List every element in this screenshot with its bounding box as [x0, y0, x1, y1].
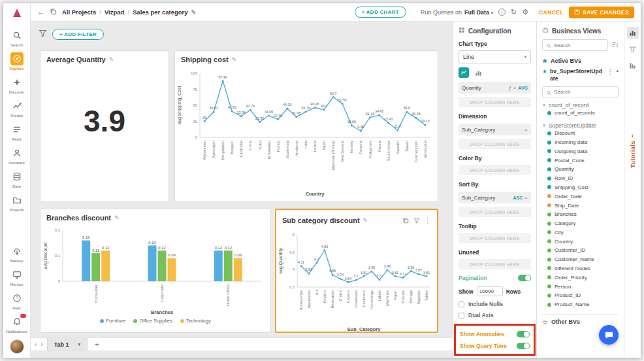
user-avatar[interactable]	[10, 339, 24, 354]
bv-field-person[interactable]: Person	[542, 282, 619, 291]
remove-chip-icon[interactable]: ×	[513, 85, 517, 91]
bv-field-ship_date[interactable]: Ship_Date	[542, 201, 619, 210]
legend-item-office-supplies[interactable]: Office Supplies	[133, 318, 172, 324]
function-icon[interactable]: ƒ	[509, 85, 511, 91]
bv-field-category[interactable]: Category	[542, 219, 619, 228]
tooltip-dropzone[interactable]: DROP COLUMN HERE	[459, 233, 531, 243]
tile-shipping-cost[interactable]: Shipping cost ✎ 02550751002539.5287.9640…	[174, 50, 438, 202]
remove-chip-icon[interactable]: ×	[524, 127, 528, 133]
sidebar-item-assistant[interactable]: Assistant	[8, 146, 24, 165]
chat-bubble-button[interactable]	[599, 325, 619, 345]
measure-dropzone[interactable]: DROP COLUMN HERE	[459, 97, 531, 107]
tab-chevron-icon[interactable]: ▾	[78, 342, 81, 347]
sidebar-item-notifications[interactable]: Notifications	[6, 315, 27, 334]
bv-field-quantity[interactable]: Quantity	[542, 165, 619, 174]
line-chart-type-icon[interactable]	[459, 67, 469, 78]
tile-sub-category-discount[interactable]: Sub category discount ✎ ⋮ 3.544.554.113.…	[275, 209, 438, 333]
bv-field-country[interactable]: Country	[542, 237, 619, 246]
bv-field-order_priority[interactable]: Order_Priority	[542, 273, 619, 282]
bv-group-SuperStoretUpdate[interactable]: ▼SuperStoretUpdate	[542, 122, 619, 129]
chevron-up-icon[interactable]: ▴	[616, 68, 619, 73]
run-queries-select[interactable]: Full Data ▾	[464, 9, 493, 16]
breadcrumb-all-projects[interactable]: All Projects	[62, 9, 96, 16]
bv-field-customer_name[interactable]: Customer_Name	[542, 255, 619, 264]
edit-chart-icon[interactable]: ✎	[363, 217, 368, 224]
aggregation-badge[interactable]: AVG	[518, 86, 528, 90]
show-anomalies-toggle[interactable]	[517, 331, 530, 337]
bv-search-input[interactable]	[554, 43, 604, 48]
tile-filter-icon[interactable]	[413, 215, 420, 226]
remove-chip-icon[interactable]: ×	[524, 195, 528, 201]
edit-chart-icon[interactable]: ✎	[109, 56, 114, 63]
sidebar-item-discover[interactable]: Discover	[8, 76, 24, 94]
charts-panel-icon[interactable]	[627, 27, 639, 39]
sidebar-item-backup[interactable]: Backup	[6, 245, 27, 263]
bv-group-count_of_record[interactable]: ▼count_of_record	[542, 102, 619, 109]
tab-1[interactable]: Tab 1▾	[47, 338, 88, 351]
tile-average-quantity[interactable]: Average Quantity ✎ 3.9	[40, 50, 169, 202]
bv-field-postal_code[interactable]: Postal_Code	[542, 156, 619, 165]
sidebar-item-help[interactable]: ?Help	[6, 292, 27, 310]
bv-search-box[interactable]	[542, 39, 608, 51]
edit-title-icon[interactable]: ✎	[191, 9, 197, 16]
dimension-dropzone[interactable]: DROP COLUMN HERE	[459, 139, 531, 149]
tab-scroll-right-icon[interactable]: ›	[40, 341, 42, 348]
duplicate-icon[interactable]	[50, 8, 57, 16]
sort-icon[interactable]	[611, 39, 619, 51]
bv-field-shipping_cost[interactable]: Shipping_Cost	[542, 183, 619, 192]
dimension-chip[interactable]: Sub_Category ×	[459, 124, 531, 135]
sidebar-item-data[interactable]: Data	[8, 170, 24, 188]
color-by-dropzone[interactable]: DROP COLUMN HERE	[459, 165, 531, 175]
settings-gear-icon[interactable]: ⚙	[522, 9, 528, 16]
bv-field-search-box[interactable]	[542, 86, 619, 97]
sort-chip[interactable]: Sub_Category ASC ×	[459, 192, 531, 203]
chart-type-select[interactable]: Line▾	[459, 50, 531, 63]
active-bv-item[interactable]: ★ bv_SuperStoretUpdate ⋮ ▴	[542, 68, 619, 82]
sort-direction-badge[interactable]: ASC	[513, 196, 523, 200]
copy-icon[interactable]	[402, 215, 409, 226]
edit-chart-icon[interactable]: ✎	[232, 56, 237, 63]
sidebar-item-explore[interactable]: Explore	[8, 52, 24, 71]
fields-panel-icon[interactable]	[627, 60, 639, 71]
bv-field-discount[interactable]: Discount	[542, 129, 619, 138]
tellius-logo[interactable]	[10, 7, 24, 22]
filters-panel-icon[interactable]	[627, 43, 639, 55]
tab-scroll-left-icon[interactable]: ‹	[35, 341, 37, 348]
bv-field-city[interactable]: City	[542, 228, 619, 237]
bv-field-outgoing-data[interactable]: Outgoing data	[542, 146, 619, 156]
measure-chip[interactable]: Quantity ƒ × AVG	[459, 82, 531, 94]
sort-by-dropzone[interactable]: DROP COLUMN HERE	[459, 207, 531, 217]
kebab-menu-icon[interactable]: ⋮	[607, 68, 613, 75]
info-icon[interactable]: i	[498, 9, 506, 16]
dual-axis-checkbox[interactable]	[459, 313, 464, 318]
bv-field-product_name[interactable]: Product_Name	[542, 300, 619, 309]
legend-item-furniture[interactable]: Furniture	[100, 318, 125, 324]
unused-dropzone[interactable]: DROP COLUMN HERE	[459, 259, 531, 269]
bv-field-branches[interactable]: Branches	[542, 210, 619, 219]
sidebar-item-search[interactable]: Search	[8, 29, 24, 47]
bv-field-row_id[interactable]: Row_ID	[542, 174, 619, 183]
sidebar-item-predict[interactable]: Predict	[8, 99, 24, 118]
refresh-icon[interactable]: ↻	[511, 9, 517, 16]
bv-field-search-input[interactable]	[554, 89, 615, 95]
back-icon[interactable]: ←	[37, 9, 44, 16]
pagination-toggle[interactable]	[518, 275, 531, 281]
add-chart-button[interactable]: + ADD CHART	[355, 7, 406, 18]
show-query-time-toggle[interactable]	[517, 343, 530, 349]
star-icon[interactable]: ★	[542, 68, 547, 75]
add-filter-button[interactable]: + ADD FILTER	[52, 29, 104, 40]
other-bvs-header[interactable]: ☆ Other BVs	[542, 314, 619, 326]
edit-chart-icon[interactable]: ✎	[114, 215, 120, 221]
bv-field-incoming-data[interactable]: Incoming data	[542, 138, 619, 147]
cancel-button[interactable]: CANCEL	[539, 9, 564, 16]
bv-field-different-modes[interactable]: different modes	[542, 264, 619, 273]
bv-field-order_date[interactable]: Order_Date	[542, 192, 619, 201]
sidebar-item-projects[interactable]: Projects	[8, 194, 24, 212]
include-nulls-checkbox[interactable]	[459, 301, 464, 307]
bv-field-customer_id[interactable]: Customer_ID	[542, 246, 619, 255]
save-changes-button[interactable]: SAVE CHANGES	[569, 7, 634, 18]
rows-input[interactable]	[477, 286, 503, 296]
sidebar-item-feed[interactable]: Feed	[8, 123, 24, 141]
tutorials-tab[interactable]: ‹ Tutorials	[630, 132, 636, 168]
bar-chart-type-icon[interactable]	[473, 67, 483, 78]
